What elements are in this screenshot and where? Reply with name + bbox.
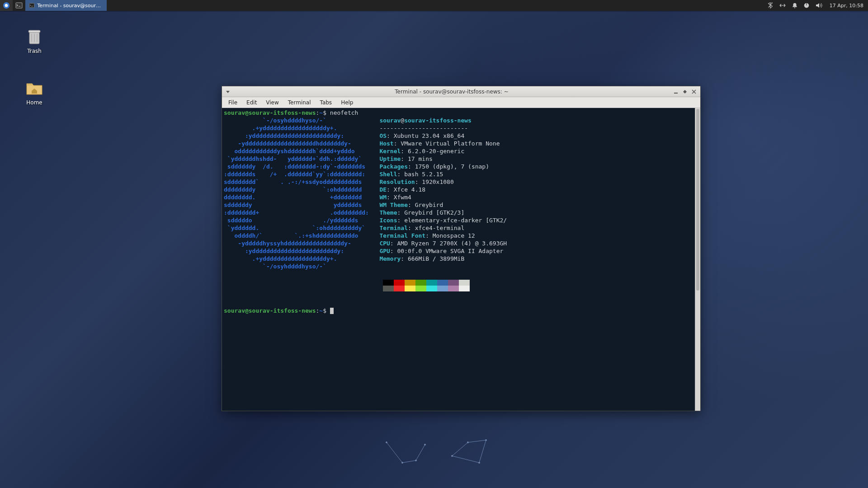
svg-point-14 [402,462,403,464]
menu-edit[interactable]: Edit [242,98,261,107]
window-menu-button[interactable] [224,89,232,94]
desktop-icon-trash[interactable]: Trash [17,26,52,54]
svg-line-19 [416,445,425,460]
menu-file[interactable]: File [224,98,242,107]
network-tray[interactable] [776,0,789,11]
menu-help[interactable]: Help [336,98,358,107]
applications-menu-button[interactable] [0,0,13,11]
window-titlebar[interactable]: Terminal - sourav@sourav-itsfoss-news: ~ [222,86,700,97]
svg-point-5 [794,7,795,8]
trash-icon [24,26,44,46]
svg-rect-3 [16,3,22,8]
svg-rect-28 [674,93,678,94]
desktop-icon-trash-label: Trash [27,48,42,54]
taskbar-terminal-label: Terminal - sourav@sourav-it... [37,3,103,9]
terminal-prompt-icon [15,2,23,9]
svg-line-17 [387,442,402,463]
maximize-icon [683,89,687,94]
terminal-scrollbar[interactable] [695,108,700,411]
svg-point-20 [452,455,453,457]
svg-point-16 [425,444,426,446]
terminal-app-icon [29,2,34,9]
power-tray[interactable] [801,0,812,11]
desktop-icon-home[interactable]: Home [17,78,52,106]
svg-line-26 [479,440,486,463]
svg-line-25 [468,440,486,442]
notifications-tray[interactable] [789,0,801,11]
menu-view[interactable]: View [261,98,283,107]
bluetooth-icon [767,2,774,9]
terminal-window: Terminal - sourav@sourav-itsfoss-news: ~… [222,86,701,411]
xubuntu-logo-icon [3,2,10,9]
desktop-icon-home-label: Home [26,99,42,106]
menu-tabs[interactable]: Tabs [316,98,337,107]
terminal-body-wrap: sourav@sourav-itsfoss-news:~$ neofetch `… [222,108,700,411]
home-folder-icon [24,78,44,98]
window-title: Terminal - sourav@sourav-itsfoss-news: ~ [232,89,671,95]
svg-line-27 [452,456,479,463]
bluetooth-tray[interactable] [764,0,776,11]
volume-icon [815,2,822,9]
svg-line-18 [402,460,416,463]
panel-left: Terminal - sourav@sourav-it... [0,0,107,11]
bell-icon [792,2,798,9]
network-icon [779,2,786,9]
power-icon [803,2,810,9]
panel-clock[interactable]: 17 Apr, 10:58 [825,3,868,9]
volume-tray[interactable] [812,0,825,11]
svg-rect-4 [29,3,34,7]
window-minimize-button[interactable] [671,88,680,96]
svg-rect-7 [806,3,807,5]
show-desktop-button[interactable] [13,0,25,11]
svg-point-15 [415,460,417,461]
taskbar-terminal-task[interactable]: Terminal - sourav@sourav-it... [25,0,107,11]
panel-right: 17 Apr, 10:58 [764,0,868,11]
top-panel: Terminal - sourav@sourav-it... 17 Apr, 1… [0,0,868,11]
terminal-output[interactable]: sourav@sourav-itsfoss-news:~$ neofetch `… [222,108,695,411]
svg-point-13 [386,442,387,443]
minimize-icon [674,89,678,94]
svg-point-23 [479,462,480,464]
window-close-button[interactable] [689,88,698,96]
svg-point-2 [7,4,8,5]
window-maximize-button[interactable] [680,88,689,96]
dropdown-triangle-icon [226,89,230,94]
svg-line-24 [452,442,468,456]
wallpaper-constellation [384,438,502,474]
close-icon [692,89,696,94]
svg-rect-9 [28,30,40,33]
terminal-menubar: File Edit View Terminal Tabs Help [222,97,700,108]
svg-point-21 [467,442,469,443]
svg-point-22 [486,440,487,441]
menu-terminal[interactable]: Terminal [283,98,316,107]
